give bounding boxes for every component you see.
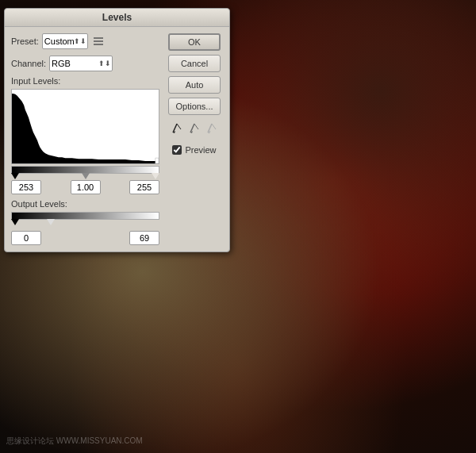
histogram-container <box>11 89 159 164</box>
output-levels-label: Output Levels: <box>11 199 159 209</box>
dialog-left-panel: Preset: Custom ⬆⬇ Channel: <box>11 33 159 245</box>
input-mid-field[interactable] <box>71 180 101 194</box>
svg-marker-4 <box>155 158 159 163</box>
input-values-row <box>11 180 159 194</box>
input-mid-triangle[interactable] <box>82 173 90 179</box>
auto-button[interactable]: Auto <box>168 76 221 94</box>
histogram-chart <box>12 90 159 163</box>
preset-select[interactable]: Custom <box>42 33 88 49</box>
watermark: 思缘设计论坛 WWW.MISSYUAN.COM <box>6 436 143 447</box>
input-gradient-slider[interactable] <box>11 166 159 177</box>
preset-select-wrapper: Custom ⬆⬇ <box>42 33 88 49</box>
output-white-triangle[interactable] <box>47 219 55 225</box>
svg-line-9 <box>194 124 198 129</box>
preset-options-icon[interactable] <box>91 34 106 48</box>
preview-checkbox[interactable] <box>172 145 182 155</box>
preview-row: Preview <box>172 145 216 155</box>
output-gradient-slider[interactable] <box>11 212 159 223</box>
channel-label: Channel: <box>11 59 46 68</box>
dialog-title: Levels <box>102 12 132 23</box>
options-button[interactable]: Options... <box>168 98 221 115</box>
ok-button[interactable]: OK <box>168 33 221 51</box>
input-white-field[interactable] <box>129 180 159 194</box>
channel-select-wrapper: RGB ⬆⬇ <box>49 56 113 71</box>
dialog-right-panel: OK Cancel Auto Options... <box>166 33 223 245</box>
output-white-field[interactable] <box>129 231 159 245</box>
input-black-field[interactable] <box>11 180 41 194</box>
output-values-row <box>11 231 159 245</box>
output-black-triangle[interactable] <box>11 219 19 225</box>
gray-eyedropper-icon[interactable] <box>187 122 202 136</box>
levels-dialog: Levels Preset: Custom ⬆⬇ <box>4 8 230 252</box>
dialog-body: Preset: Custom ⬆⬇ Channel: <box>5 27 229 251</box>
cancel-button[interactable]: Cancel <box>168 55 221 72</box>
channel-select[interactable]: RGB <box>49 56 113 71</box>
black-eyedropper-icon[interactable] <box>170 122 184 136</box>
input-levels-label: Input Levels: <box>11 76 159 86</box>
preset-label: Preset: <box>11 36 39 46</box>
svg-line-6 <box>177 124 181 129</box>
preset-row: Preset: Custom ⬆⬇ <box>11 33 159 49</box>
eyedroppers-row <box>170 122 219 136</box>
svg-line-12 <box>212 124 216 129</box>
input-black-triangle[interactable] <box>11 173 19 179</box>
output-black-field[interactable] <box>11 231 41 245</box>
dialog-titlebar: Levels <box>5 9 229 27</box>
input-white-triangle[interactable] <box>152 173 159 179</box>
channel-row: Channel: RGB ⬆⬇ <box>11 56 159 71</box>
preview-label: Preview <box>185 145 216 155</box>
white-eyedropper-icon[interactable] <box>205 122 219 136</box>
